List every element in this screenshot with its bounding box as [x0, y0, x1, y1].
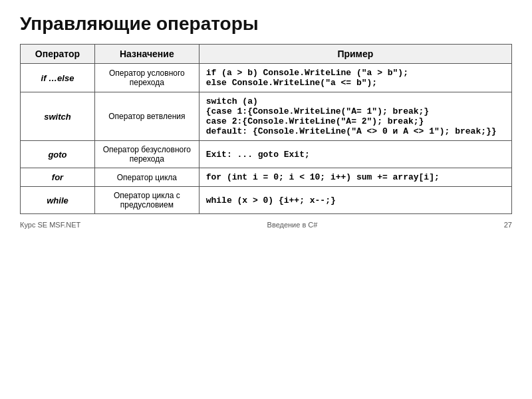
col-header-example: Пример	[199, 45, 511, 64]
meaning-cell: Оператор цикла с предусловием	[94, 187, 199, 214]
meaning-cell: Оператор безусловного перехода	[94, 141, 199, 168]
footer-right: 27	[504, 221, 512, 229]
col-header-meaning: Назначение	[94, 45, 199, 64]
example-cell: switch (a) {case 1:{Console.WriteLine("A…	[199, 92, 511, 141]
table-row: gotoОператор безусловного переходаExit: …	[21, 141, 512, 168]
footer: Курс SE MSF.NET Введение в C# 27	[20, 221, 512, 229]
page-title: Управляющие операторы	[20, 13, 512, 35]
meaning-cell: Оператор условного перехода	[94, 64, 199, 92]
table-row: whileОператор цикла с предусловиемwhile …	[21, 187, 512, 214]
footer-center: Введение в C#	[267, 221, 318, 229]
table-row: switchОператор ветвленияswitch (a) {case…	[21, 92, 512, 141]
operator-cell: if …else	[21, 64, 95, 92]
operator-cell: goto	[21, 141, 95, 168]
meaning-cell: Оператор ветвления	[94, 92, 199, 141]
footer-left: Курс SE MSF.NET	[20, 221, 80, 229]
example-cell: Exit: ... goto Exit;	[199, 141, 511, 168]
operator-cell: switch	[21, 92, 95, 141]
example-cell: if (a > b) Console.WriteLine ("a > b"); …	[199, 64, 511, 92]
col-header-operator: Оператор	[21, 45, 95, 64]
example-cell: while (x > 0) {i++; x--;}	[199, 187, 511, 214]
table-row: if …elseОператор условного переходаif (a…	[21, 64, 512, 92]
operator-cell: for	[21, 168, 95, 187]
operator-cell: while	[21, 187, 95, 214]
meaning-cell: Оператор цикла	[94, 168, 199, 187]
operators-table: Оператор Назначение Пример if …elseОпера…	[20, 44, 512, 214]
table-row: forОператор циклаfor (int i = 0; i < 10;…	[21, 168, 512, 187]
example-cell: for (int i = 0; i < 10; i++) sum += arra…	[199, 168, 511, 187]
